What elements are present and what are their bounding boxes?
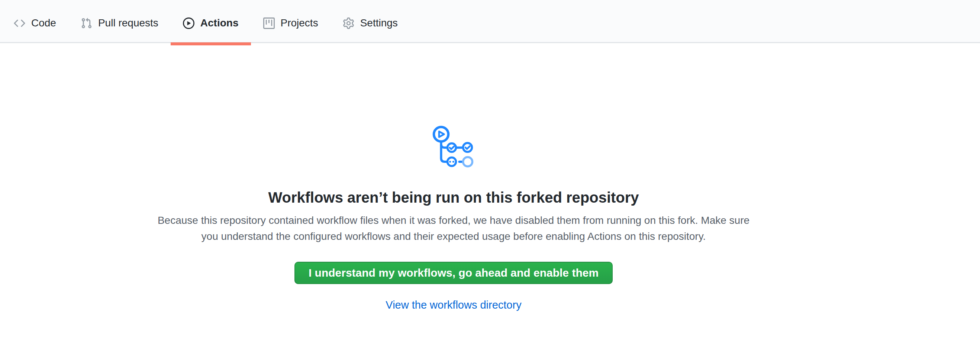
actions-disabled-blankslate: Workflows aren’t being run on this forke…	[0, 43, 907, 311]
git-pull-request-icon	[81, 17, 92, 29]
blankslate-description: Because this repository contained workfl…	[152, 212, 756, 244]
tab-pull-requests-label: Pull requests	[98, 18, 158, 28]
repo-tabs-nav: Code Pull requests Actions Projects Sett…	[0, 0, 980, 42]
tab-actions-label: Actions	[200, 18, 239, 28]
tab-pull-requests[interactable]: Pull requests	[68, 4, 171, 42]
tab-actions[interactable]: Actions	[171, 4, 251, 42]
tab-code[interactable]: Code	[2, 4, 68, 42]
blankslate-heading: Workflows aren’t being run on this forke…	[0, 189, 907, 206]
project-icon	[263, 17, 275, 29]
tab-code-label: Code	[31, 18, 56, 28]
workflows-link-row: View the workflows directory	[0, 299, 907, 311]
play-icon	[183, 17, 194, 29]
workflow-graph-icon	[432, 125, 475, 170]
tab-settings-label: Settings	[360, 18, 398, 28]
enable-button-row: I understand my workflows, go ahead and …	[0, 262, 907, 284]
tab-settings[interactable]: Settings	[331, 4, 410, 42]
gear-icon	[343, 17, 354, 29]
enable-workflows-button[interactable]: I understand my workflows, go ahead and …	[294, 262, 612, 284]
repo-tab-bar: Code Pull requests Actions Projects Sett…	[0, 0, 980, 43]
view-workflows-directory-link[interactable]: View the workflows directory	[385, 299, 521, 311]
tab-projects-label: Projects	[281, 18, 318, 28]
code-icon	[14, 17, 25, 29]
tab-projects[interactable]: Projects	[251, 4, 331, 42]
